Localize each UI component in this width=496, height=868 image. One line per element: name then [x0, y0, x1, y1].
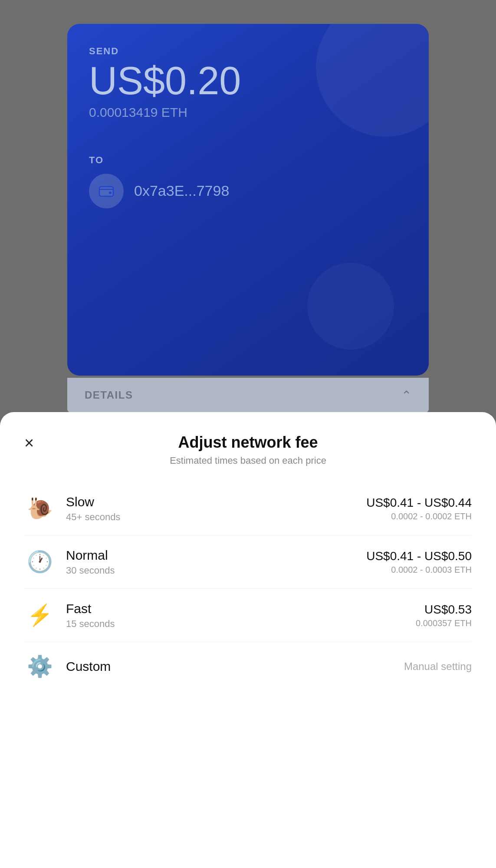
normal-icon: 🕐 — [24, 550, 56, 574]
custom-name: Custom — [66, 659, 404, 674]
fast-info: Fast 15 seconds — [66, 601, 416, 630]
fast-price: US$0.53 0.000357 ETH — [416, 602, 472, 629]
fast-eth: 0.000357 ETH — [416, 618, 472, 628]
slow-info: Slow 45+ seconds — [66, 494, 366, 523]
send-label: SEND — [89, 46, 407, 57]
custom-icon: ⚙️ — [24, 654, 56, 679]
bottom-sheet: × Adjust network fee Estimated times bas… — [0, 412, 496, 868]
details-label: DETAILS — [85, 389, 133, 401]
to-address: 0x7a3E...7798 — [134, 182, 229, 199]
wallet-icon — [98, 183, 115, 199]
sheet-title-area: Adjust network fee Estimated times based… — [24, 433, 472, 466]
fast-time: 15 seconds — [66, 618, 416, 630]
fee-option-slow[interactable]: 🐌 Slow 45+ seconds US$0.41 - US$0.44 0.0… — [24, 482, 472, 535]
slow-usd: US$0.41 - US$0.44 — [366, 495, 472, 510]
normal-price: US$0.41 - US$0.50 0.0002 - 0.0003 ETH — [366, 549, 472, 575]
slow-eth: 0.0002 - 0.0002 ETH — [366, 512, 472, 521]
slow-time: 45+ seconds — [66, 512, 366, 523]
fee-option-normal[interactable]: 🕐 Normal 30 seconds US$0.41 - US$0.50 0.… — [24, 535, 472, 589]
send-amount-usd: US$0.20 — [89, 60, 407, 102]
custom-info: Custom — [66, 659, 404, 674]
fee-options-list: 🐌 Slow 45+ seconds US$0.41 - US$0.44 0.0… — [24, 482, 472, 691]
slow-icon: 🐌 — [24, 496, 56, 521]
sheet-subtitle: Estimated times based on each price — [24, 455, 472, 466]
normal-time: 30 seconds — [66, 565, 366, 576]
slow-price: US$0.41 - US$0.44 0.0002 - 0.0002 ETH — [366, 495, 472, 522]
fast-icon: ⚡ — [24, 603, 56, 627]
to-label: TO — [89, 155, 407, 166]
custom-price: Manual setting — [404, 660, 472, 673]
normal-name: Normal — [66, 548, 366, 563]
sheet-header: × Adjust network fee Estimated times bas… — [24, 433, 472, 466]
send-card: SEND US$0.20 0.00013419 ETH TO 0x7a3E...… — [67, 24, 429, 376]
send-amount-eth: 0.00013419 ETH — [89, 105, 407, 120]
svg-rect-0 — [99, 187, 113, 196]
fast-name: Fast — [66, 601, 416, 617]
wallet-icon-circle — [89, 174, 124, 208]
chevron-up-icon: ⌃ — [401, 388, 411, 403]
normal-usd: US$0.41 - US$0.50 — [366, 549, 472, 564]
details-bar[interactable]: DETAILS ⌃ — [67, 378, 429, 413]
custom-manual: Manual setting — [404, 660, 472, 673]
close-button[interactable]: × — [24, 435, 34, 451]
slow-name: Slow — [66, 494, 366, 510]
normal-info: Normal 30 seconds — [66, 548, 366, 576]
fast-usd: US$0.53 — [416, 602, 472, 617]
fee-option-custom[interactable]: ⚙️ Custom Manual setting — [24, 642, 472, 691]
to-address-row: 0x7a3E...7798 — [89, 174, 407, 208]
normal-eth: 0.0002 - 0.0003 ETH — [366, 565, 472, 575]
svg-point-1 — [109, 191, 112, 194]
fee-option-fast[interactable]: ⚡ Fast 15 seconds US$0.53 0.000357 ETH — [24, 589, 472, 642]
sheet-title: Adjust network fee — [24, 433, 472, 452]
